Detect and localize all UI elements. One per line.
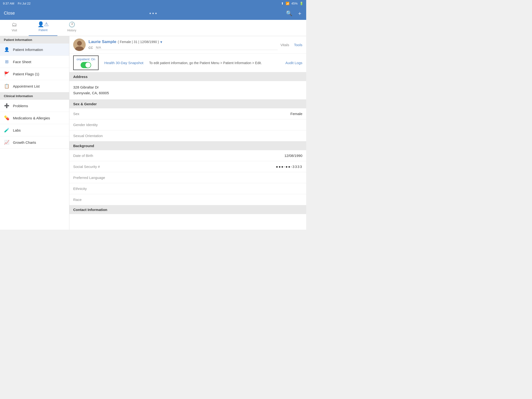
patient-info-block: Laurie Sample ( Female | 31 | 12/08/1990… <box>89 39 278 50</box>
avatar <box>73 38 86 51</box>
cc-label: CC <box>89 46 93 50</box>
sidebar-item-problems[interactable]: ➕ Problems <box>0 100 69 112</box>
status-icons: ⬆ 📶 45% 🔋 <box>281 2 303 5</box>
main-layout: Patient Information 👤 Patient Informatio… <box>0 36 306 230</box>
grid-icon: ⊞ <box>4 59 10 64</box>
visit-icon: 🗂 <box>12 22 17 28</box>
dropdown-chevron[interactable]: ▾ <box>160 40 162 44</box>
field-ethnicity: Ethnicity <box>69 183 306 194</box>
flag-icon: 🚩 <box>4 71 10 76</box>
time: 9:37 AM <box>3 2 14 5</box>
tab-patient-label: Patient <box>38 28 47 32</box>
add-icon[interactable]: ＋ <box>297 10 302 17</box>
history-icon: 🕐 <box>69 22 75 28</box>
sidebar: Patient Information 👤 Patient Informatio… <box>0 36 69 230</box>
nav-dots <box>150 13 157 14</box>
sex-gender-section-header: Sex & Gender <box>69 100 306 108</box>
date: Fri Jul 22 <box>18 2 30 5</box>
wifi-icon: 📶 <box>286 2 289 5</box>
patient-icon: 👤⚠ <box>38 21 49 27</box>
dot2 <box>152 13 154 14</box>
health-snapshot-button[interactable]: Health 30-Day Snapshot <box>104 61 143 65</box>
ethnicity-label: Ethnicity <box>73 187 302 191</box>
background-section-header: Background <box>69 141 306 150</box>
ssn-value: ●●●-●●-3333 <box>276 165 302 169</box>
address-section-header: Address <box>69 72 306 81</box>
field-ssn: Social Security # ●●●-●●-3333 <box>69 161 306 172</box>
tab-history-label: History <box>67 29 76 32</box>
audit-logs-button[interactable]: Audit Logs <box>285 61 302 65</box>
sidebar-item-patient-flags[interactable]: 🚩 Patient Flags (1) <box>0 68 69 80</box>
patient-name: Laurie Sample <box>89 39 116 44</box>
sexual-orientation-label: Sexual Orientation <box>73 134 302 138</box>
sidebar-item-face-sheet[interactable]: ⊞ Face Sheet <box>0 56 69 68</box>
sex-value: Female <box>290 112 302 116</box>
sidebar-item-medications-allergies[interactable]: 💊 Medications & Allergies <box>0 112 69 124</box>
tab-bar: 🗂 Visit 👤⚠ Patient 🕐 History <box>0 20 306 36</box>
tab-visit[interactable]: 🗂 Visit <box>0 20 29 36</box>
sidebar-item-appointment-list[interactable]: 📋 Appointment List <box>0 80 69 92</box>
toggle-knob <box>85 63 91 68</box>
onpatient-toggle[interactable] <box>81 62 91 68</box>
field-gender-identity: Gender Identity <box>69 119 306 130</box>
search-icon[interactable]: 🔍 <box>286 10 292 17</box>
calendar-icon: 📋 <box>4 83 10 89</box>
preferred-language-label: Preferred Language <box>73 176 302 180</box>
status-bar: 9:37 AM Fri Jul 22 ⬆ 📶 45% 🔋 <box>0 0 306 7</box>
close-button[interactable]: Close <box>4 11 15 16</box>
onpatient-label: onpatient: On <box>76 57 95 61</box>
chart-icon: 📈 <box>4 140 10 145</box>
location-icon: ⬆ <box>281 2 284 5</box>
field-dob: Date of Birth 12/08/1990 <box>69 150 306 161</box>
dot3 <box>155 13 157 14</box>
field-sex: Sex Female <box>69 108 306 119</box>
ssn-label: Social Security # <box>73 165 276 169</box>
field-sexual-orientation: Sexual Orientation <box>69 130 306 141</box>
nav-actions: 🔍 ＋ <box>286 10 302 17</box>
header-actions: Vitals Tools <box>281 43 302 47</box>
tab-patient[interactable]: 👤⚠ Patient <box>29 20 57 36</box>
contact-information-section-header: Contact Information <box>69 205 306 214</box>
content-area: Laurie Sample ( Female | 31 | 12/08/1990… <box>69 36 306 230</box>
tools-button[interactable]: Tools <box>294 43 302 47</box>
sidebar-item-growth-charts[interactable]: 📈 Growth Charts <box>0 136 69 149</box>
sidebar-item-patient-information[interactable]: 👤 Patient Information <box>0 44 69 56</box>
diamond-icon: 💊 <box>4 115 10 120</box>
patient-details: ( Female | 31 | 12/08/1990 ) <box>118 40 159 44</box>
svg-point-1 <box>77 41 82 46</box>
edit-note-text: To edit patient information, go the Pati… <box>149 61 280 65</box>
status-time-date: 9:37 AM Fri Jul 22 <box>3 2 31 5</box>
field-preferred-language: Preferred Language <box>69 172 306 183</box>
content-scroll: Address 328 Gibraltar DrSunnyvale, CA, 6… <box>69 72 306 230</box>
cc-input[interactable] <box>95 45 278 50</box>
battery-icon: 🔋 <box>299 2 303 5</box>
sidebar-section-patient-info: Patient Information <box>0 36 69 44</box>
dob-value: 12/08/1990 <box>285 154 302 158</box>
sidebar-item-labs[interactable]: 🧪 Labs <box>0 124 69 136</box>
dob-label: Date of Birth <box>73 154 285 158</box>
address-block: 328 Gibraltar DrSunnyvale, CA, 60005 <box>69 81 306 100</box>
cc-row: CC <box>89 45 278 50</box>
tab-history[interactable]: 🕐 History <box>57 20 86 36</box>
flask-icon: 🧪 <box>4 127 10 133</box>
gender-identity-label: Gender Identity <box>73 123 302 127</box>
nav-bar: Close 🔍 ＋ <box>0 7 306 20</box>
battery: 45% <box>291 2 298 5</box>
sub-nav: onpatient: On Health 30-Day Snapshot To … <box>69 54 306 72</box>
dot1 <box>150 13 151 14</box>
tab-visit-label: Visit <box>12 29 17 32</box>
sex-label: Sex <box>73 112 290 116</box>
person-icon: 👤 <box>4 47 10 52</box>
patient-header: Laurie Sample ( Female | 31 | 12/08/1990… <box>69 36 306 54</box>
sidebar-section-clinical-info: Clinical Information <box>0 92 69 100</box>
onpatient-toggle-box: onpatient: On <box>73 56 99 70</box>
field-race: Race <box>69 194 306 205</box>
plus-square-icon: ➕ <box>4 103 10 108</box>
vitals-button[interactable]: Vitals <box>281 43 289 47</box>
race-label: Race <box>73 198 302 202</box>
